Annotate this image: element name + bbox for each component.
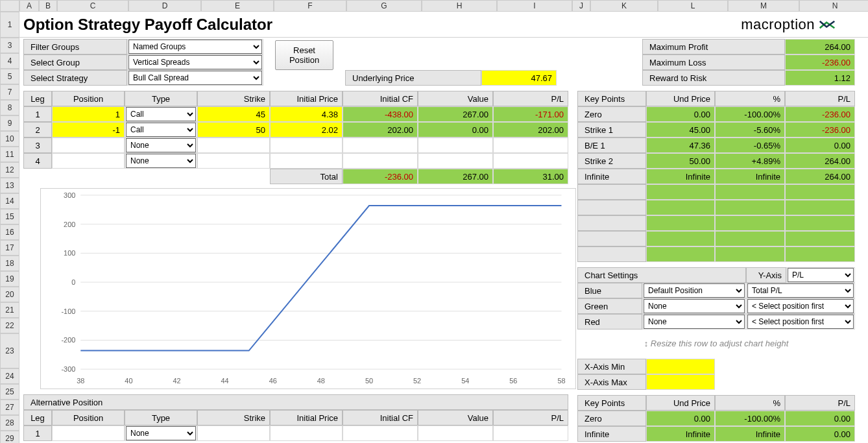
select-strategy-select[interactable]: Bull Call Spread <box>128 71 262 85</box>
row-header-20[interactable]: 20 <box>0 287 19 302</box>
svg-text:52: 52 <box>413 377 421 385</box>
alt-type-select[interactable]: None <box>126 426 196 440</box>
leg-strike-input[interactable] <box>197 153 270 169</box>
row-header-27[interactable]: 27 <box>0 400 19 415</box>
svg-text:-300: -300 <box>61 365 75 373</box>
row-header-11[interactable]: 11 <box>0 147 19 162</box>
col-header-D[interactable]: D <box>128 0 201 12</box>
col-header-B[interactable]: B <box>39 0 57 12</box>
leg-iprice-input[interactable]: 2.02 <box>270 122 343 138</box>
underlying-price-input[interactable]: 47.67 <box>481 70 557 86</box>
red-pl-select[interactable]: < Select position first <box>747 315 854 329</box>
reward-risk-label: Reward to Risk <box>642 70 785 86</box>
leg-iprice-input[interactable] <box>270 138 343 153</box>
leg-iprice-input[interactable]: 4.38 <box>270 106 343 122</box>
kp-price: 50.00 <box>646 153 715 169</box>
xaxis-min-input[interactable] <box>646 359 715 374</box>
kp-blank <box>646 184 715 200</box>
col-header-C[interactable]: C <box>57 0 128 12</box>
row-header-17[interactable]: 17 <box>0 240 19 256</box>
filter-groups-select[interactable]: Named Groups <box>128 40 262 54</box>
col-header-I[interactable]: I <box>497 0 572 12</box>
row-header-24[interactable]: 24 <box>0 368 19 384</box>
alt-hdr-val: Value <box>418 410 493 425</box>
row-header-28[interactable]: 28 <box>0 415 19 431</box>
col-header-E[interactable]: E <box>201 0 274 12</box>
kp-pct: -0.65% <box>715 138 785 153</box>
col-header-K[interactable]: K <box>590 0 658 12</box>
leg-pos-input[interactable]: 1 <box>52 106 125 122</box>
row-header-25[interactable]: 25 <box>0 384 19 400</box>
svg-text:56: 56 <box>509 377 517 385</box>
row-header-13[interactable]: 13 <box>0 178 19 193</box>
col-header-J[interactable]: J <box>572 0 590 12</box>
blue-pl-select[interactable]: Total P/L <box>747 283 854 298</box>
leg-val <box>418 153 493 169</box>
kp-price: 0.00 <box>646 106 715 122</box>
row-header-8[interactable]: 8 <box>0 100 19 115</box>
reset-position-button[interactable]: ResetPosition <box>275 40 333 70</box>
row-header-1[interactable]: 1 <box>0 12 19 38</box>
svg-text:200: 200 <box>64 221 75 228</box>
max-profit-label: Maximum Profit <box>642 39 785 54</box>
svg-text:54: 54 <box>461 377 469 385</box>
col-header-N[interactable]: N <box>799 0 868 12</box>
row-header-16[interactable]: 16 <box>0 224 19 240</box>
row-header-15[interactable]: 15 <box>0 209 19 224</box>
alt-hdr-strike: Strike <box>197 410 270 425</box>
leg-hdr-strike: Strike <box>197 91 270 106</box>
leg-pos-input[interactable] <box>52 153 125 169</box>
leg-num: 2 <box>23 122 52 138</box>
blue-pos-select[interactable]: Default Position <box>644 283 745 298</box>
kp-blank <box>646 200 715 215</box>
leg-pos-input[interactable] <box>52 138 125 153</box>
row-header-22[interactable]: 22 <box>0 318 19 333</box>
leg-pos-input[interactable]: -1 <box>52 122 125 138</box>
row-header-29[interactable]: 29 <box>0 431 19 443</box>
col-header-M[interactable]: M <box>728 0 799 12</box>
row-header-5[interactable]: 5 <box>0 69 19 84</box>
kp-blank <box>785 184 855 200</box>
row-header-3[interactable]: 3 <box>0 38 19 53</box>
row-header-7[interactable]: 7 <box>0 84 19 100</box>
leg-icf: 202.00 <box>343 122 418 138</box>
leg-hdr-leg: Leg <box>23 91 52 106</box>
leg-type-select[interactable]: Call <box>126 123 196 137</box>
col-header-G[interactable]: G <box>346 0 422 12</box>
select-group-select[interactable]: Vertical Spreads <box>128 55 262 69</box>
max-loss-label: Maximum Loss <box>642 54 785 70</box>
leg-strike-input[interactable]: 45 <box>197 106 270 122</box>
row-header-19[interactable]: 19 <box>0 271 19 287</box>
leg-hdr-value: Value <box>418 91 493 106</box>
row-header-23[interactable]: 23 <box>0 333 19 368</box>
leg-hdr-iprice: Initial Price <box>270 91 343 106</box>
alt-pos-input[interactable] <box>52 425 125 441</box>
leg-iprice-input[interactable] <box>270 153 343 169</box>
col-header-F[interactable]: F <box>274 0 346 12</box>
green-pl-select[interactable]: < Select position first <box>747 299 854 313</box>
leg-type-select[interactable]: None <box>126 138 196 152</box>
leg-strike-input[interactable]: 50 <box>197 122 270 138</box>
green-pos-select[interactable]: None <box>644 299 745 313</box>
kp-pl: -236.00 <box>785 106 855 122</box>
kp2-hdr-price: Und Price <box>646 395 715 411</box>
red-pos-select[interactable]: None <box>644 315 745 329</box>
col-header-L[interactable]: L <box>658 0 728 12</box>
leg-type-select[interactable]: Call <box>126 107 196 121</box>
leg-type-select[interactable]: None <box>126 154 196 168</box>
reward-risk-value: 1.12 <box>785 70 855 86</box>
kp-blank <box>715 200 785 215</box>
col-header-A[interactable]: A <box>19 0 39 12</box>
yaxis-select[interactable]: P/L <box>788 268 854 282</box>
leg-icf: -438.00 <box>343 106 418 122</box>
row-header-9[interactable]: 9 <box>0 115 19 131</box>
row-header-14[interactable]: 14 <box>0 193 19 209</box>
row-header-4[interactable]: 4 <box>0 53 19 69</box>
row-header-10[interactable]: 10 <box>0 131 19 147</box>
xaxis-max-input[interactable] <box>646 374 715 390</box>
leg-strike-input[interactable] <box>197 138 270 153</box>
row-header-21[interactable]: 21 <box>0 302 19 318</box>
col-header-H[interactable]: H <box>422 0 497 12</box>
row-header-18[interactable]: 18 <box>0 256 19 271</box>
row-header-12[interactable]: 12 <box>0 162 19 178</box>
